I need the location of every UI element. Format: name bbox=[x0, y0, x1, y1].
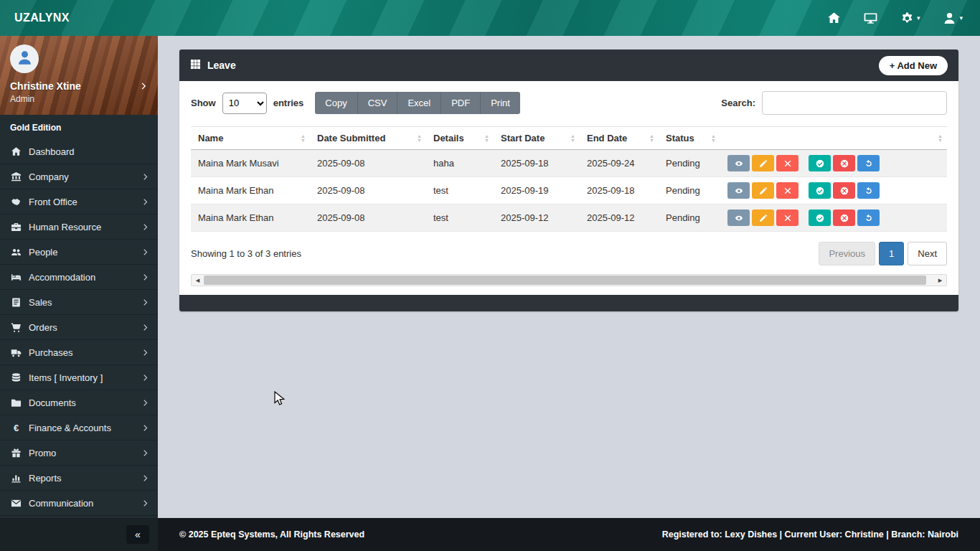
chevron-right-icon bbox=[141, 399, 149, 407]
column-header-end-date[interactable]: End Date▲▼ bbox=[580, 127, 659, 150]
column-header-name[interactable]: Name▲▼ bbox=[191, 127, 310, 150]
sidebar-item-label: Items [ Inventory ] bbox=[29, 372, 141, 383]
search-control: Search: bbox=[721, 91, 947, 115]
desktop-icon[interactable] bbox=[864, 11, 877, 25]
scrollbar-thumb[interactable] bbox=[204, 276, 926, 285]
leave-table: Name▲▼Date Submitted▲▼Details▲▼Start Dat… bbox=[191, 126, 947, 232]
scroll-right-arrow-icon[interactable]: ▸ bbox=[934, 275, 946, 286]
checkc-icon bbox=[816, 214, 824, 222]
column-header-status[interactable]: Status▲▼ bbox=[659, 127, 720, 150]
sidebar-item-purchases[interactable]: Purchases bbox=[0, 340, 158, 365]
chevron-right-icon bbox=[141, 298, 149, 306]
x-icon bbox=[783, 214, 792, 222]
column-header-date-submitted[interactable]: Date Submitted▲▼ bbox=[310, 127, 426, 150]
reject-button[interactable] bbox=[833, 209, 855, 226]
pagination: Previous1Next bbox=[819, 242, 947, 265]
add-new-button[interactable]: + Add New bbox=[879, 56, 948, 75]
pdf-export-button[interactable]: PDF bbox=[441, 92, 481, 114]
search-input[interactable] bbox=[762, 91, 947, 115]
view-button[interactable] bbox=[727, 209, 750, 226]
sort-icon: ▲▼ bbox=[570, 134, 575, 143]
chevron-right-icon bbox=[141, 374, 149, 382]
cell-status: Pending bbox=[659, 177, 720, 204]
cell-actions bbox=[720, 150, 947, 177]
sidebar-item-sales[interactable]: Sales bbox=[0, 290, 158, 315]
approve-button[interactable] bbox=[809, 182, 831, 199]
edit-button[interactable] bbox=[752, 182, 774, 199]
approve-button[interactable] bbox=[809, 209, 831, 226]
sidebar-item-reports[interactable]: Reports bbox=[0, 466, 158, 491]
chevron-right-icon bbox=[141, 349, 149, 357]
sidebar-item-finance-accounts[interactable]: €Finance & Accounts bbox=[0, 415, 158, 441]
column-header-start-date[interactable]: Start Date▲▼ bbox=[494, 127, 580, 150]
horizontal-scrollbar[interactable]: ◂ ▸ bbox=[191, 274, 947, 286]
sidebar-item-promo[interactable]: Promo bbox=[0, 441, 158, 466]
sidebar-item-people[interactable]: People bbox=[0, 240, 158, 265]
delete-button[interactable] bbox=[776, 209, 798, 226]
cell-status: Pending bbox=[659, 204, 720, 232]
app-footer: © 2025 Epteq Systems, All Rights Reserve… bbox=[158, 518, 980, 551]
x-icon bbox=[783, 159, 792, 168]
edit-button[interactable] bbox=[752, 155, 774, 171]
user-menu-icon[interactable]: ▾ bbox=[943, 11, 963, 25]
cell-actions bbox=[720, 177, 947, 204]
pagination-next[interactable]: Next bbox=[908, 242, 947, 265]
copy-export-button[interactable]: Copy bbox=[315, 92, 357, 114]
approve-button[interactable] bbox=[809, 155, 831, 171]
sidebar-item-items-inventory[interactable]: Items [ Inventory ] bbox=[0, 365, 158, 390]
sidebar-item-front-office[interactable]: Front Office bbox=[0, 189, 158, 215]
revert-button[interactable] bbox=[857, 155, 880, 171]
user-panel[interactable]: Christine Xtine Admin bbox=[0, 36, 158, 115]
sort-icon: ▲▼ bbox=[301, 134, 306, 143]
navbar-icon-group: ▾▾ bbox=[827, 11, 980, 25]
print-export-button[interactable]: Print bbox=[481, 92, 520, 114]
home-icon[interactable] bbox=[827, 11, 841, 25]
csv-export-button[interactable]: CSV bbox=[358, 92, 398, 114]
column-header-details[interactable]: Details▲▼ bbox=[426, 127, 494, 150]
caret-down-icon: ▾ bbox=[959, 15, 963, 22]
table-controls: Show 10 entries CopyCSVExcelPDFPrint Sea… bbox=[191, 91, 947, 115]
revert-button[interactable] bbox=[857, 209, 880, 226]
delete-button[interactable] bbox=[776, 182, 798, 199]
sidebar-item-documents[interactable]: Documents bbox=[0, 390, 158, 415]
truck-icon bbox=[11, 347, 22, 358]
reject-button[interactable] bbox=[833, 155, 855, 171]
sidebar-item-company[interactable]: Company bbox=[0, 164, 158, 189]
sidebar-item-dashboard[interactable]: Dashboard bbox=[0, 139, 158, 164]
sidebar-collapse-button[interactable]: « bbox=[126, 525, 149, 544]
users-icon bbox=[11, 247, 22, 258]
view-button[interactable] bbox=[727, 182, 750, 199]
sidebar-item-human-resource[interactable]: Human Resource bbox=[0, 215, 158, 240]
sidebar-item-label: Human Resource bbox=[29, 222, 141, 232]
x-icon bbox=[783, 187, 792, 195]
reject-button[interactable] bbox=[833, 182, 855, 199]
eye-icon bbox=[735, 159, 743, 168]
scroll-left-arrow-icon[interactable]: ◂ bbox=[192, 275, 204, 286]
sort-icon: ▲▼ bbox=[711, 134, 716, 143]
eye-icon bbox=[735, 187, 743, 195]
sidebar-item-accommodation[interactable]: Accommodation bbox=[0, 265, 158, 290]
column-header-actions[interactable]: ▲▼ bbox=[720, 127, 947, 150]
user-name: Christine Xtine bbox=[10, 80, 148, 92]
sidebar-item-communication[interactable]: Communication bbox=[0, 491, 158, 516]
leave-card: Leave + Add New Show 10 entries CopyCSVE… bbox=[179, 50, 958, 311]
pagination-previous[interactable]: Previous bbox=[819, 242, 875, 265]
entries-select[interactable]: 10 bbox=[222, 93, 267, 114]
xc-icon bbox=[840, 187, 849, 195]
chevron-right-icon bbox=[141, 223, 149, 231]
excel-export-button[interactable]: Excel bbox=[397, 92, 441, 114]
sidebar-item-orders[interactable]: Orders bbox=[0, 315, 158, 340]
cell-name: Maina Mark Musavi bbox=[191, 150, 310, 177]
revert-button[interactable] bbox=[857, 182, 880, 199]
pagination-page-1[interactable]: 1 bbox=[879, 242, 904, 265]
view-button[interactable] bbox=[727, 155, 750, 171]
edit-button[interactable] bbox=[752, 209, 774, 226]
export-button-group: CopyCSVExcelPDFPrint bbox=[315, 92, 520, 114]
entries-label: entries bbox=[273, 98, 304, 108]
folder-icon bbox=[11, 397, 22, 408]
sidebar-item-label: Accommodation bbox=[29, 272, 141, 283]
chevron-right-icon bbox=[141, 273, 149, 281]
delete-button[interactable] bbox=[776, 155, 798, 171]
pencil-icon bbox=[759, 159, 768, 168]
gear-icon[interactable]: ▾ bbox=[900, 11, 920, 25]
